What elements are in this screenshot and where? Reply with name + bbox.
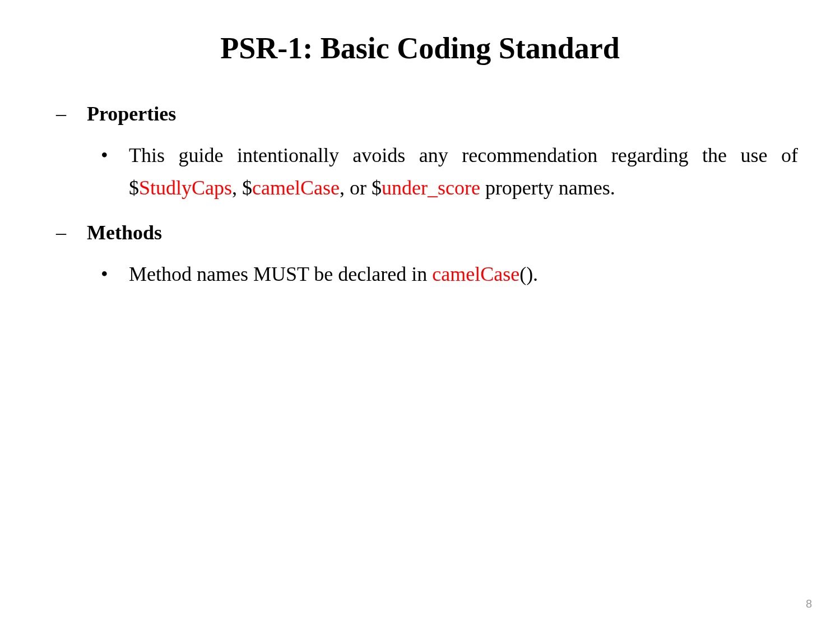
plain-text: property names. (480, 177, 615, 199)
bullet-dot-icon: • (101, 140, 129, 172)
page-number: 8 (806, 597, 812, 610)
dash-bullet-icon: – (56, 102, 87, 126)
bullet-item: •Method names MUST be declared in camelC… (101, 258, 798, 291)
plain-text: , or $ (340, 177, 382, 199)
highlighted-text: camelCase (432, 263, 519, 285)
highlighted-text: under_score (382, 177, 480, 199)
bullet-text: This guide intentionally avoids any reco… (129, 140, 798, 204)
slide-title: PSR-1: Basic Coding Standard (42, 31, 798, 66)
plain-text: Method names MUST be declared in (129, 263, 432, 285)
section-heading-label: Methods (87, 221, 162, 244)
bullet-item: •This guide intentionally avoids any rec… (101, 140, 798, 204)
bullet-dot-icon: • (101, 258, 129, 291)
highlighted-text: StudlyCaps (139, 177, 232, 199)
section-heading: –Properties (56, 102, 798, 126)
section-heading-label: Properties (87, 102, 176, 126)
plain-text: , $ (232, 177, 252, 199)
bullet-text: Method names MUST be declared in camelCa… (129, 258, 798, 291)
highlighted-text: camelCase (252, 177, 340, 199)
section-heading: –Methods (56, 221, 798, 244)
dash-bullet-icon: – (56, 221, 87, 244)
plain-text: (). (519, 263, 538, 285)
slide-content: –Properties•This guide intentionally avo… (56, 102, 798, 291)
